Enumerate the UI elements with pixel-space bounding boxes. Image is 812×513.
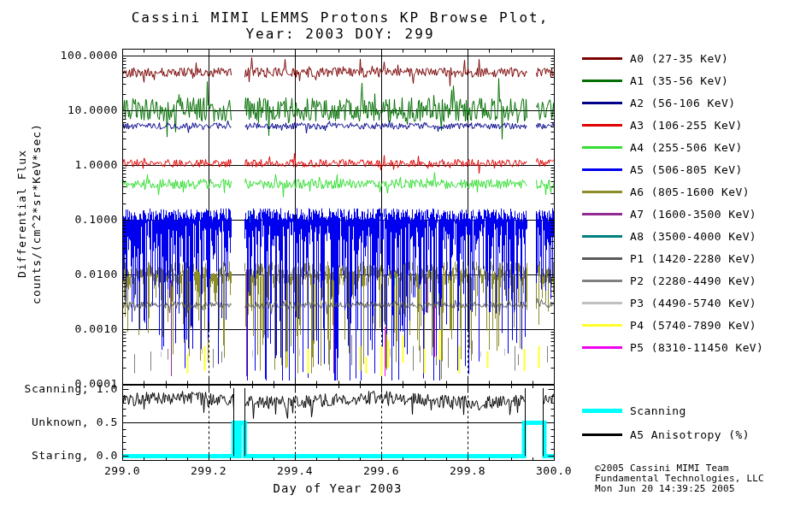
state-legend-item: A5 Anisotropy (%): [582, 426, 750, 443]
legend-item-label: A6 (805-1600 KeV): [630, 186, 750, 198]
x-tick-label: 299.8: [440, 464, 495, 478]
legend-swatch: [582, 324, 622, 327]
legend-item-label: P2 (2280-4490 KeV): [630, 274, 756, 287]
copyright-line3: Mon Jun 20 14:39:25 2005: [595, 483, 809, 494]
state-tick-label: Staring, 0.0: [15, 449, 118, 463]
legend-swatch: [582, 346, 622, 349]
legend-swatch: [582, 191, 622, 193]
legend-item: A3 (106-255 KeV): [582, 116, 743, 133]
x-tick-label: 300.0: [527, 464, 581, 478]
legend-item: A0 (27-35 KeV): [582, 50, 728, 67]
legend-swatch: [582, 146, 622, 149]
legend-item: P3 (4490-5740 KeV): [582, 294, 756, 311]
state-tick-label: Scanning, 1.0: [15, 382, 118, 396]
y-tick-label: 1.0000: [24, 158, 118, 172]
legend-swatch: [582, 102, 622, 104]
legend-item-label: P4 (5740-7890 KeV): [630, 319, 756, 332]
legend-item-label: A3 (106-255 KeV): [630, 119, 743, 132]
y-tick-label: 10.0000: [24, 103, 118, 117]
x-tick-label: 299.0: [95, 464, 150, 478]
x-tick-label: 299.4: [268, 464, 322, 478]
legend-item-label: P5 (8310-11450 KeV): [630, 341, 763, 354]
state-legend-item-label: A5 Anisotropy (%): [630, 428, 750, 441]
legend-item-label: A2 (56-106 KeV): [630, 97, 735, 109]
y-tick-label: 0.0010: [24, 322, 118, 336]
legend-swatch: [582, 57, 622, 60]
legend-item-label: A1 (35-56 KeV): [630, 74, 728, 87]
legend-item-label: P3 (4490-5740 KeV): [630, 297, 756, 310]
page-title-line2: Year: 2003 DOY: 299: [0, 26, 680, 42]
legend-swatch: [582, 168, 622, 171]
x-axis-label: Day of Year 2003: [81, 481, 594, 495]
legend-swatch: [582, 80, 622, 82]
y-tick-label: 0.1000: [24, 213, 118, 227]
legend-item: A2 (56-106 KeV): [582, 94, 735, 111]
legend-item-label: P1 (1420-2280 KeV): [630, 252, 756, 265]
x-tick-label: 299.6: [354, 464, 409, 478]
legend-swatch: [582, 433, 622, 436]
legend-item: A8 (3500-4000 KeV): [582, 227, 756, 245]
legend-swatch: [582, 302, 622, 304]
legend-item: A1 (35-56 KeV): [582, 72, 728, 89]
legend-item-label: A5 (506-805 KeV): [630, 163, 743, 176]
legend-item: A4 (255-506 KeV): [582, 139, 743, 156]
legend-item-label: A4 (255-506 KeV): [630, 141, 743, 154]
legend-item: P4 (5740-7890 KeV): [582, 316, 756, 333]
state-legend-item: Scanning: [582, 402, 686, 419]
state-tick-label: Unknown, 0.5: [15, 416, 118, 429]
legend-item-label: A8 (3500-4000 KeV): [630, 230, 756, 243]
legend-swatch: [582, 280, 622, 282]
page-title-line1: Cassini MIMI LEMMS Protons KP Browse Plo…: [0, 9, 680, 26]
legend-swatch: [582, 213, 622, 215]
y-tick-label: 0.0100: [24, 268, 118, 281]
legend-item-label: A0 (27-35 KeV): [630, 52, 728, 65]
state-legend-item-label: Scanning: [630, 404, 686, 417]
legend-item-label: A7 (1600-3500 KeV): [630, 208, 756, 221]
legend-item: A7 (1600-3500 KeV): [582, 205, 756, 222]
legend-swatch: [582, 409, 622, 413]
x-tick-label: 299.2: [181, 464, 236, 478]
legend-item: P2 (2280-4490 KeV): [582, 272, 756, 289]
legend-item: A5 (506-805 KeV): [582, 161, 743, 178]
legend-item: A6 (805-1600 KeV): [582, 183, 750, 200]
legend-swatch: [582, 124, 622, 127]
y-tick-label: 100.0000: [24, 49, 118, 62]
legend-item: P1 (1420-2280 KeV): [582, 250, 756, 267]
legend-item: P5 (8310-11450 KeV): [582, 339, 763, 356]
kp-browse-plot-page: Cassini MIMI LEMMS Protons KP Browse Plo…: [0, 0, 812, 513]
legend-swatch: [582, 257, 622, 260]
legend-swatch: [582, 235, 622, 238]
